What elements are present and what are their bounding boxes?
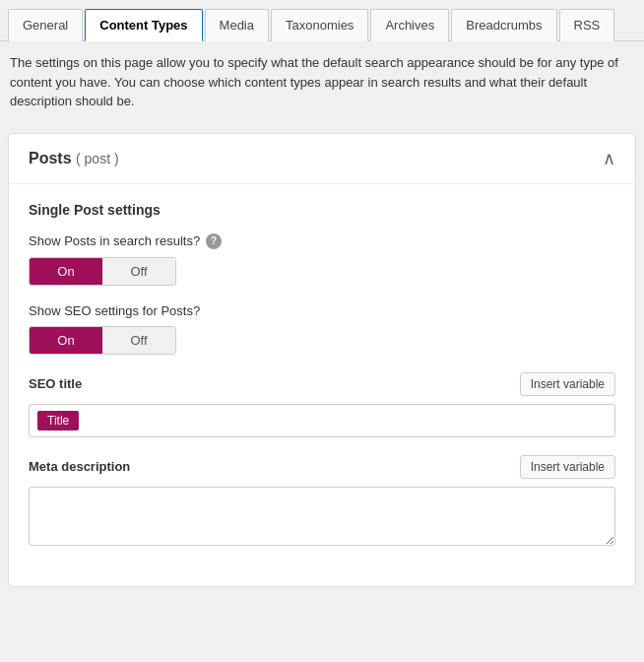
tab-taxonomies[interactable]: Taxonomies — [271, 9, 368, 41]
card-title: Posts ( post ) — [29, 150, 119, 167]
show-seo-settings-label: Show SEO settings for Posts? — [29, 303, 615, 318]
toggle-on-1[interactable]: On — [30, 258, 102, 285]
show-seo-settings-group: Show SEO settings for Posts? On Off — [29, 303, 615, 355]
show-in-search-label: Show Posts in search results? ? — [29, 233, 615, 249]
description-text: The settings on this page allow you to s… — [10, 55, 618, 108]
meta-insert-variable-button[interactable]: Insert variable — [520, 455, 615, 479]
tab-general[interactable]: General — [8, 9, 83, 41]
tab-rss[interactable]: RSS — [559, 9, 615, 41]
section-title: Single Post settings — [29, 202, 615, 218]
tab-content-types[interactable]: Content Types — [85, 9, 202, 41]
seo-title-header: SEO title Insert variable — [29, 372, 615, 396]
card-body: Single Post settings Show Posts in searc… — [9, 184, 635, 586]
help-icon-1[interactable]: ? — [206, 233, 222, 249]
seo-title-group: SEO title Insert variable Title — [29, 372, 615, 437]
show-seo-settings-toggle[interactable]: On Off — [29, 326, 176, 355]
seo-title-insert-variable-button[interactable]: Insert variable — [520, 372, 615, 396]
posts-card: Posts ( post ) ∧ Single Post settings Sh… — [8, 133, 636, 587]
seo-title-input-area[interactable]: Title — [29, 404, 615, 437]
seo-title-label: SEO title — [29, 376, 82, 391]
card-subtitle: ( post ) — [76, 151, 119, 166]
show-in-search-toggle[interactable]: On Off — [29, 257, 176, 286]
meta-description-textarea[interactable] — [29, 487, 615, 546]
toggle-on-2[interactable]: On — [30, 327, 102, 354]
meta-description-label: Meta description — [29, 459, 130, 474]
meta-description-group: Meta description Insert variable — [29, 455, 615, 549]
collapse-icon[interactable]: ∧ — [603, 148, 615, 169]
tab-media[interactable]: Media — [205, 9, 269, 41]
description-area: The settings on this page allow you to s… — [0, 41, 644, 123]
tab-breadcrumbs[interactable]: Breadcrumbs — [451, 9, 556, 41]
title-tag: Title — [37, 411, 79, 430]
meta-description-header: Meta description Insert variable — [29, 455, 615, 479]
tab-archives[interactable]: Archives — [370, 9, 449, 41]
toggle-off-2[interactable]: Off — [102, 327, 175, 354]
tabs-bar: GeneralContent TypesMediaTaxonomiesArchi… — [0, 0, 644, 41]
card-header: Posts ( post ) ∧ — [9, 134, 635, 184]
show-in-search-group: Show Posts in search results? ? On Off — [29, 233, 615, 286]
toggle-off-1[interactable]: Off — [102, 258, 175, 285]
